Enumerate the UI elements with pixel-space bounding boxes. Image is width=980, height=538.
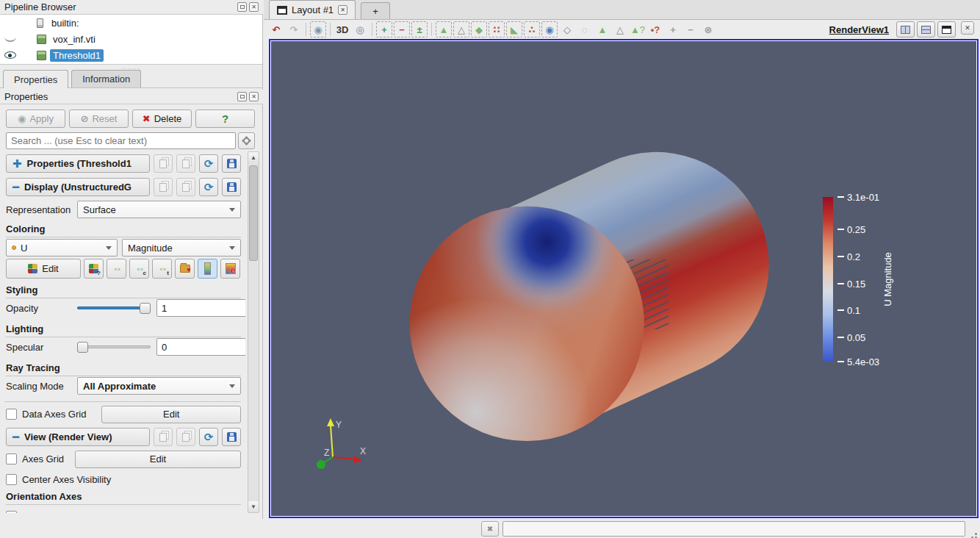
scaling-mode-combobox[interactable]: All Approximate [77, 377, 241, 395]
tab-information[interactable]: Information [71, 70, 141, 87]
section-view-button[interactable]: ━View (Render View) [6, 428, 150, 446]
search-input[interactable] [6, 132, 236, 149]
pipeline-item-threshold1[interactable]: Threshold1 [0, 47, 262, 63]
opacity-slider[interactable] [77, 302, 151, 314]
pipeline-item-vox-inf[interactable]: vox_inf.vti [0, 31, 262, 47]
apply-button[interactable]: ◉Apply [6, 110, 65, 128]
copy-view-button[interactable] [154, 428, 173, 446]
representation-combobox[interactable]: Surface [77, 201, 241, 218]
axes-grid-checkbox[interactable] [6, 453, 17, 465]
visibility-eye-open-icon[interactable] [4, 51, 16, 59]
split-horizontal-button[interactable] [896, 21, 915, 37]
rescale-to-data-range-button[interactable]: ? [84, 259, 104, 279]
paste-view-button[interactable] [176, 428, 195, 446]
pipeline-item-builtin[interactable]: builtin: [0, 15, 262, 31]
opacity-input[interactable] [156, 299, 245, 317]
camera-undo-icon[interactable]: ↶ [268, 21, 284, 37]
resize-grip[interactable] [975, 533, 977, 535]
properties-scrollbar[interactable]: ▲ ▼ [248, 151, 259, 513]
grow-selection-icon[interactable]: + [665, 21, 681, 37]
rescale-to-visible-range-button[interactable]: ⇔t [152, 259, 172, 279]
rescale-to-custom-range-button[interactable]: ⇔c [129, 259, 149, 279]
edit-colormap-button[interactable]: Edit [6, 259, 81, 279]
select-points-through-icon[interactable]: ∷ [489, 21, 505, 37]
reset-defaults-button[interactable]: ⟳ [199, 154, 218, 173]
axes-grid-edit-button[interactable]: Edit [75, 451, 241, 468]
close-view-button[interactable]: ✕ [961, 21, 974, 35]
edit-color-legend-button[interactable] [220, 259, 240, 279]
scroll-up-icon[interactable]: ▲ [248, 152, 259, 163]
split-vertical-button[interactable] [917, 21, 935, 37]
paste-display-button[interactable] [176, 178, 195, 196]
orientation-axes-visibility-checkbox[interactable] [6, 511, 17, 513]
reset-button[interactable]: ⊘Reset [69, 110, 129, 128]
clear-selection-icon[interactable]: ⊗ [700, 21, 716, 37]
interactive-select-points-icon[interactable]: △ [612, 21, 628, 37]
left-dock-panel: Pipeline Browser ✕ builtin: vox_inf.vti … [0, 0, 263, 519]
select-points-on-icon[interactable]: △ [453, 21, 469, 37]
copy-display-button[interactable] [154, 178, 173, 196]
specular-slider[interactable] [77, 341, 151, 353]
select-points-polygon-icon[interactable]: ∴ [524, 21, 540, 37]
maximize-view-button[interactable] [937, 21, 956, 37]
capture-screenshot-icon[interactable]: ◉ [310, 21, 326, 37]
shrink-selection-icon[interactable]: − [682, 21, 699, 37]
query-cells-icon[interactable]: ▲? [630, 21, 646, 37]
show-color-legend-button[interactable] [198, 259, 217, 279]
scrollbar-thumb[interactable] [249, 165, 258, 261]
close-panel-icon[interactable]: ✕ [249, 92, 259, 101]
section-display-button[interactable]: ━Display (UnstructuredG [6, 178, 150, 196]
color-array-combobox[interactable]: U [6, 239, 118, 257]
styling-header: Styling [6, 284, 241, 298]
dataset-cube-icon [37, 35, 46, 44]
zoom-in-icon[interactable]: + [376, 21, 392, 37]
paste-properties-button[interactable] [176, 154, 195, 173]
visibility-eye-closed-icon[interactable] [4, 37, 16, 42]
save-defaults-button[interactable] [222, 154, 241, 173]
help-button[interactable]: ? [195, 110, 255, 128]
interactive-select-icon[interactable]: ◉ [541, 21, 558, 37]
color-legend-bar[interactable] [823, 197, 833, 362]
zoom-to-data-icon[interactable]: ◎ [352, 21, 368, 37]
float-panel-icon[interactable] [237, 2, 247, 12]
delete-button[interactable]: ✖Delete [132, 110, 192, 128]
center-axes-checkbox[interactable] [6, 474, 17, 485]
select-cells-on-icon[interactable]: ▲ [436, 21, 452, 37]
tab-properties[interactable]: Properties [3, 70, 68, 88]
render-view-name[interactable]: RenderView1 [829, 24, 889, 35]
tab-layout-1[interactable]: Layout #1 ✕ [269, 0, 356, 19]
zoom-to-box-icon[interactable]: ± [411, 21, 428, 37]
select-cells-through-icon[interactable]: ◆ [471, 21, 487, 37]
legend-tick-label: 0.2 [847, 251, 860, 262]
data-axes-grid-edit-button[interactable]: Edit [101, 406, 241, 423]
save-display-defaults-button[interactable] [222, 178, 241, 196]
add-layout-tab[interactable]: + [361, 2, 390, 19]
reset-display-defaults-button[interactable]: ⟳ [199, 178, 218, 196]
save-view-defaults-button[interactable] [222, 428, 241, 446]
choose-preset-button[interactable]: ♥ [175, 259, 195, 279]
toggle-2d-3d-icon[interactable]: 3D [334, 21, 350, 37]
abort-progress-button[interactable]: ✖ [481, 521, 499, 537]
specular-input[interactable] [156, 338, 245, 356]
select-block-icon[interactable]: ◇ [559, 21, 575, 37]
component-combobox[interactable]: Magnitude [122, 239, 241, 257]
reset-view-defaults-button[interactable]: ⟳ [199, 428, 218, 446]
float-panel-icon[interactable] [237, 92, 247, 101]
query-points-icon[interactable]: •? [647, 21, 663, 37]
interactive-select-cells-icon[interactable]: ▲ [594, 21, 610, 37]
layout-tabbar: Layout #1 ✕ + [264, 0, 980, 20]
scroll-down-icon[interactable]: ▼ [248, 501, 259, 512]
hover-cells-icon[interactable]: ◌ [577, 21, 593, 37]
zoom-out-icon[interactable]: − [394, 21, 410, 37]
refresh-icon: ⟳ [204, 431, 214, 444]
select-cells-polygon-icon[interactable]: ◣ [506, 21, 522, 37]
close-layout-tab-icon[interactable]: ✕ [338, 5, 347, 15]
data-axes-grid-checkbox[interactable] [6, 409, 17, 420]
camera-redo-icon[interactable]: ↷ [286, 21, 302, 37]
search-options-button[interactable] [238, 132, 255, 149]
rescale-over-time-button[interactable]: ⇔ [107, 259, 126, 279]
section-properties-button[interactable]: ✚Properties (Threshold1 [6, 154, 150, 173]
render-viewport[interactable]: Y X Z U Magnitude 3.1e-010.250.20.150.10… [271, 41, 976, 516]
close-panel-icon[interactable]: ✕ [249, 2, 259, 12]
copy-properties-button[interactable] [154, 154, 173, 173]
